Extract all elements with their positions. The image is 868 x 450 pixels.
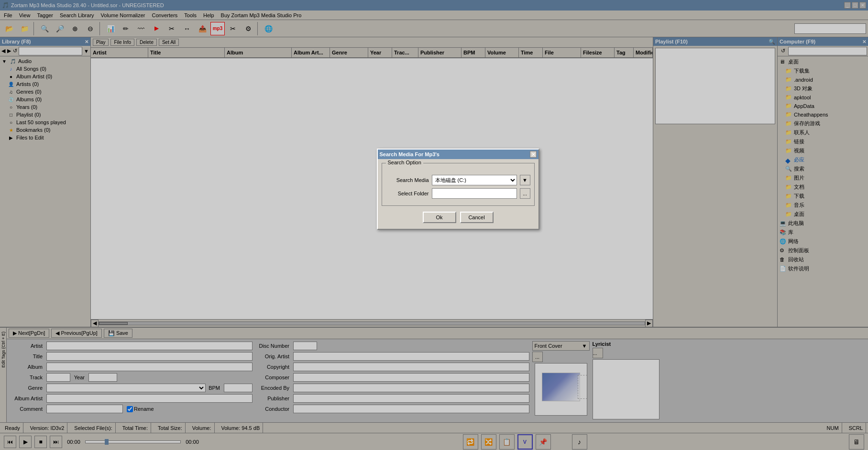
modal-buttons: Ok Cancel [382, 210, 535, 225]
modal-cancel-button[interactable]: Cancel [460, 212, 494, 223]
search-option-group: Search Option Search Media 本地磁盘 (C:) ▼ S… [382, 163, 535, 206]
search-media-label: Search Media [386, 177, 429, 183]
modal-ok-button[interactable]: Ok [423, 212, 456, 223]
search-option-legend: Search Option [386, 160, 423, 165]
modal-title-bar: Search Media For Mp3's ✕ [378, 150, 538, 159]
select-folder-browse-button[interactable]: ... [520, 188, 530, 199]
select-folder-label: Select Folder [386, 191, 429, 196]
select-folder-row: Select Folder ... [386, 188, 530, 199]
modal-spacer [386, 167, 530, 175]
select-folder-input[interactable] [432, 188, 517, 199]
search-media-dialog: Search Media For Mp3's ✕ Search Option S… [377, 149, 539, 230]
modal-content: Search Option Search Media 本地磁盘 (C:) ▼ S… [378, 159, 538, 229]
modal-title: Search Media For Mp3's [380, 151, 440, 157]
search-media-select[interactable]: 本地磁盘 (C:) [432, 175, 517, 185]
search-media-row: Search Media 本地磁盘 (C:) ▼ [386, 175, 530, 185]
search-media-browse-button[interactable]: ▼ [520, 175, 530, 185]
modal-overlay: Search Media For Mp3's ✕ Search Option S… [0, 0, 868, 450]
modal-close-button[interactable]: ✕ [530, 151, 537, 158]
